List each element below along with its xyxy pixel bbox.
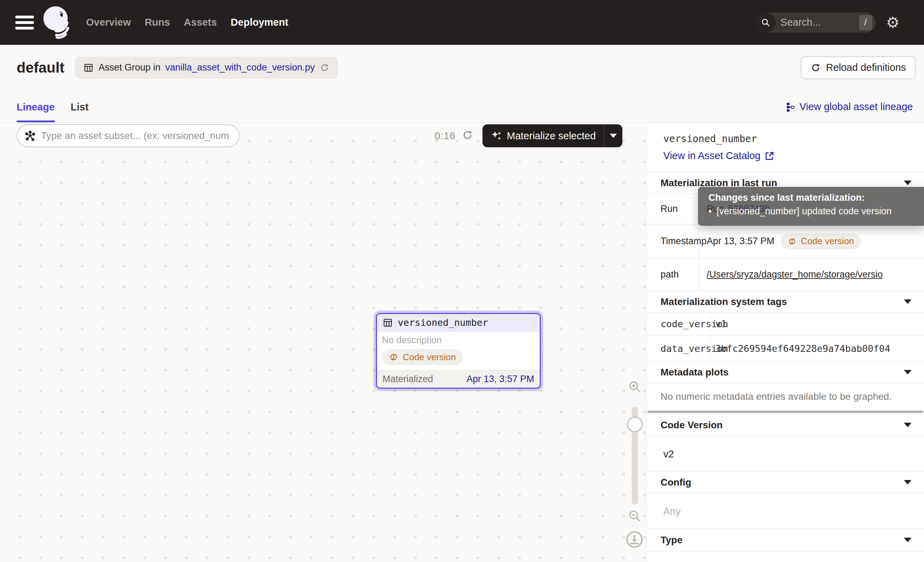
top-nav: Overview Runs Assets Deployment / ⚙	[0, 0, 924, 45]
view-in-asset-catalog-label: View in Asset Catalog	[663, 150, 760, 162]
asset-node-header: versioned_number	[377, 314, 540, 331]
section-header-label: Metadata plots	[660, 367, 729, 378]
view-in-asset-catalog-link[interactable]: View in Asset Catalog	[663, 150, 924, 162]
changes-tooltip: Changes since last materialization: • [v…	[698, 187, 924, 226]
row-path-label: path	[646, 258, 699, 291]
materialize-dropdown-caret[interactable]	[604, 124, 622, 147]
menu-icon[interactable]	[15, 16, 34, 30]
asset-node-title: versioned_number	[398, 317, 488, 328]
scrollbar-thumb[interactable]	[647, 410, 923, 413]
section-header-label: Materialization system tags	[660, 296, 787, 307]
app-root: Overview Runs Assets Deployment / ⚙ defa…	[0, 0, 924, 562]
group-pill-prefix: Asset Group in	[99, 62, 161, 73]
section-system-tags[interactable]: Materialization system tags	[646, 291, 924, 312]
search-input[interactable]	[776, 17, 859, 28]
settings-gear-icon[interactable]: ⚙	[886, 15, 900, 30]
code-version-badge-label: Code version	[403, 352, 456, 363]
nav-item-overview[interactable]: Overview	[86, 17, 131, 28]
refresh-button[interactable]	[462, 129, 474, 141]
cycle-alert-icon	[788, 237, 796, 246]
refresh-timer: 0:16	[435, 124, 455, 147]
cycle-alert-icon	[389, 352, 399, 362]
refresh-icon	[810, 63, 821, 73]
tag-key: data_version	[646, 335, 710, 361]
reload-definitions-label: Reload definitions	[826, 62, 906, 73]
tag-value: 3bfc269594ef649228e9a74bab00f04	[710, 335, 924, 361]
tabs-row: Lineage List View global asset lineage	[0, 81, 924, 123]
row-run-label: Run	[646, 194, 699, 224]
section-metadata-plots[interactable]: Metadata plots	[646, 361, 924, 383]
sidebar-asset-title: versioned_number	[663, 133, 924, 144]
page-title: default	[16, 59, 64, 76]
materialize-main[interactable]: Materialize selected	[483, 124, 604, 147]
search-shortcut-key: /	[859, 15, 872, 30]
section-header-label: Code Version	[660, 419, 723, 431]
row-data-version-tag: data_version 3bfc269594ef649228e9a74bab0…	[646, 335, 924, 361]
chevron-down-icon[interactable]	[904, 480, 912, 485]
asset-group-pill: Asset Group in vanilla_asset_with_code_v…	[75, 57, 338, 79]
code-version-badge[interactable]: Code version	[382, 349, 463, 365]
materialize-selected-label: Materialize selected	[507, 130, 596, 142]
metadata-plots-empty-message: No numeric metadata entries available to…	[646, 383, 924, 410]
group-file-link[interactable]: vanilla_asset_with_code_version.py	[165, 62, 315, 73]
section-header-label: Type	[660, 535, 682, 545]
asset-node[interactable]: versioned_number No description Code ver…	[376, 313, 541, 389]
search-box[interactable]: /	[756, 12, 876, 33]
path-link[interactable]: /Users/sryza/dagster_home/storage/versio	[707, 269, 883, 280]
tooltip-bullet: •	[708, 206, 712, 217]
zoom-out-button[interactable]	[628, 509, 642, 523]
tab-lineage[interactable]: Lineage	[16, 101, 55, 122]
download-image-button[interactable]	[626, 530, 644, 548]
chevron-down-icon[interactable]	[904, 423, 912, 427]
tabs: Lineage List	[16, 101, 88, 122]
dagster-logo[interactable]	[42, 5, 72, 41]
reload-definitions-button[interactable]: Reload definitions	[801, 56, 916, 79]
tag-value: v1	[710, 313, 924, 335]
tooltip-title: Changes since last materialization:	[708, 192, 924, 203]
timestamp-value: Apr 13, 3:57 PM	[707, 236, 774, 246]
materialize-selected-button[interactable]: Materialize selected	[483, 124, 622, 147]
asset-graph-canvas[interactable]: 0:16 Materialize selected	[0, 123, 646, 562]
nav-item-runs[interactable]: Runs	[145, 17, 170, 28]
view-global-asset-lineage-link[interactable]: View global asset lineage	[786, 101, 913, 122]
chevron-down-icon[interactable]	[904, 299, 912, 304]
lineage-graph-icon	[786, 102, 795, 112]
asset-graph-icon	[24, 130, 36, 142]
sparkle-icon	[491, 130, 502, 141]
sidebar-horizontal-scrollbar[interactable]	[646, 410, 924, 414]
tab-list[interactable]: List	[71, 101, 89, 122]
chevron-down-icon[interactable]	[904, 180, 912, 185]
materialized-time[interactable]: Apr 13, 3:57 PM	[466, 374, 534, 385]
external-link-icon	[765, 151, 774, 161]
table-grid-icon	[83, 63, 94, 73]
chevron-down-icon[interactable]	[904, 538, 912, 542]
main-nav: Overview Runs Assets Deployment	[86, 17, 288, 28]
asset-subset-input[interactable]	[41, 130, 232, 141]
section-type[interactable]: Type	[646, 528, 924, 551]
zoom-slider-handle[interactable]	[627, 416, 643, 433]
code-version-value: v2	[646, 436, 924, 471]
nav-item-assets[interactable]: Assets	[184, 17, 217, 28]
section-header-label: Config	[660, 477, 692, 488]
nav-item-deployment[interactable]: Deployment	[231, 17, 288, 28]
section-config[interactable]: Config	[646, 471, 924, 493]
row-timestamp: Timestamp Apr 13, 3:57 PM Code version	[646, 224, 924, 258]
tag-key: code_version	[646, 313, 710, 335]
refresh-icon[interactable]	[320, 63, 329, 72]
row-timestamp-value: Apr 13, 3:57 PM Code version	[699, 224, 924, 258]
main-content: 0:16 Materialize selected	[0, 123, 924, 562]
section-code-version[interactable]: Code Version	[646, 414, 924, 436]
row-path: path /Users/sryza/dagster_home/storage/v…	[646, 258, 924, 291]
zoom-in-button[interactable]	[628, 380, 642, 394]
asset-subset-filter[interactable]	[16, 124, 240, 147]
chevron-down-icon[interactable]	[904, 370, 912, 374]
materialized-status-label: Materialized	[382, 374, 433, 385]
sidebar-top: versioned_number View in Asset Catalog	[646, 123, 924, 172]
code-version-badge[interactable]: Code version	[781, 233, 861, 249]
asset-node-description: No description	[382, 335, 535, 346]
row-timestamp-label: Timestamp	[646, 224, 699, 258]
asset-detail-sidebar: versioned_number View in Asset Catalog M…	[646, 123, 924, 562]
asset-node-footer: Materialized Apr 13, 3:57 PM	[377, 370, 540, 388]
config-value: Any	[646, 493, 924, 528]
page-header-left: default Asset Group in vanilla_asset_wit…	[16, 57, 338, 79]
